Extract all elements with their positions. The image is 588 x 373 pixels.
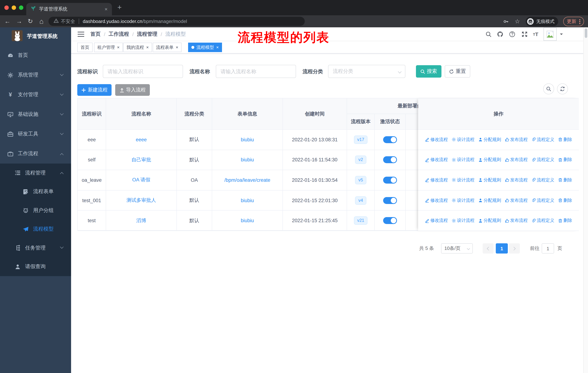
search-toggle-button[interactable]: [543, 83, 554, 94]
design-process-link[interactable]: 设计流程: [452, 217, 474, 224]
delete-link[interactable]: 删除: [558, 197, 572, 203]
breadcrumb-workflow[interactable]: 工作流程: [109, 31, 129, 38]
process-definition-link[interactable]: 流程定义: [531, 217, 554, 224]
page-scrollbar[interactable]: [583, 27, 588, 373]
delete-link[interactable]: 删除: [558, 217, 572, 224]
avatar[interactable]: [544, 28, 557, 41]
next-page-button[interactable]: [509, 243, 520, 253]
minimize-window-button[interactable]: [12, 5, 16, 10]
delete-link[interactable]: 删除: [558, 137, 572, 143]
assign-rule-link[interactable]: 分配规则: [478, 137, 501, 143]
tag-close-icon[interactable]: ×: [146, 45, 149, 50]
active-toggle[interactable]: [383, 197, 397, 204]
tag-tenant[interactable]: 租户管理×: [94, 43, 123, 52]
process-name-input[interactable]: [216, 65, 296, 78]
sidebar-item-task-manage[interactable]: 任务管理: [0, 239, 71, 257]
form-link[interactable]: biubiu: [241, 137, 254, 142]
reload-icon[interactable]: ↻: [28, 15, 33, 27]
process-key-input[interactable]: [103, 65, 183, 78]
tag-home[interactable]: 首页: [77, 43, 93, 52]
process-name-link[interactable]: 自己审批: [131, 157, 151, 163]
modify-process-link[interactable]: 修改流程: [425, 177, 448, 183]
process-definition-link[interactable]: 流程定义: [531, 177, 554, 183]
delete-link[interactable]: 删除: [558, 157, 572, 163]
sidebar-item-leave-query[interactable]: 请假查询: [0, 257, 71, 276]
sidebar-item-system[interactable]: 系统管理: [0, 65, 71, 85]
breadcrumb-home[interactable]: 首页: [90, 31, 101, 38]
current-page-button[interactable]: 1: [496, 243, 508, 253]
tag-close-icon[interactable]: ×: [216, 45, 219, 50]
new-tab-button[interactable]: +: [117, 3, 122, 12]
design-process-link[interactable]: 设计流程: [452, 197, 474, 203]
sidebar-item-devtools[interactable]: 研发工具: [0, 124, 71, 144]
assign-rule-link[interactable]: 分配规则: [478, 177, 501, 183]
modify-process-link[interactable]: 修改流程: [425, 217, 448, 224]
sidebar-item-workflow[interactable]: 工作流程: [0, 144, 71, 163]
tag-my-process[interactable]: 我的流程×: [123, 43, 152, 52]
reset-button[interactable]: 重置: [445, 65, 470, 78]
tag-process-model[interactable]: 流程模型×: [188, 43, 222, 52]
update-chip[interactable]: 更新: [563, 17, 584, 26]
hamburger-icon[interactable]: [78, 32, 84, 37]
form-link[interactable]: biubiu: [241, 157, 254, 163]
publish-process-link[interactable]: 发布流程: [505, 137, 528, 143]
forward-icon[interactable]: →: [16, 15, 22, 27]
bookmark-star-icon[interactable]: ☆: [515, 15, 520, 27]
refresh-table-button[interactable]: [557, 83, 568, 94]
form-link[interactable]: biubiu: [241, 218, 254, 223]
modify-process-link[interactable]: 修改流程: [425, 137, 448, 143]
sidebar-item-process-manage[interactable]: 流程管理: [0, 163, 71, 182]
search-button[interactable]: 搜索: [416, 65, 441, 78]
process-definition-link[interactable]: 流程定义: [531, 197, 554, 203]
prev-page-button[interactable]: [483, 243, 494, 253]
process-name-link[interactable]: OA 请假: [132, 177, 150, 183]
sidebar-item-payment[interactable]: ¥ 支付管理: [0, 85, 71, 105]
active-toggle[interactable]: [383, 217, 397, 224]
zoom-window-button[interactable]: [19, 5, 23, 10]
publish-process-link[interactable]: 发布流程: [505, 197, 528, 203]
key-icon[interactable]: [503, 15, 509, 27]
publish-process-link[interactable]: 发布流程: [505, 177, 528, 183]
category-select[interactable]: 流程分类: [328, 65, 405, 78]
address-bar[interactable]: 不安全 dashboard.yudao.iocoder.cn/bpm/manag…: [49, 17, 305, 26]
sidebar-item-infra[interactable]: 基础设施: [0, 105, 71, 124]
back-icon[interactable]: ←: [4, 15, 10, 27]
menu-dots-icon[interactable]: [579, 19, 580, 24]
breadcrumb-process-manage[interactable]: 流程管理: [137, 31, 158, 38]
process-name-link[interactable]: 测试多审批人: [126, 197, 156, 204]
publish-process-link[interactable]: 发布流程: [505, 217, 528, 224]
process-definition-link[interactable]: 流程定义: [531, 137, 554, 143]
publish-process-link[interactable]: 发布流程: [505, 157, 528, 163]
tab-close-icon[interactable]: ×: [105, 7, 107, 12]
sidebar-item-process-model[interactable]: 流程模型: [0, 220, 71, 239]
close-window-button[interactable]: [4, 5, 9, 10]
fullscreen-icon[interactable]: [521, 27, 528, 41]
security-label[interactable]: 不安全: [61, 18, 75, 25]
home-icon[interactable]: ⌂: [39, 15, 43, 27]
active-toggle[interactable]: [383, 177, 397, 184]
font-size-icon[interactable]: TT: [533, 27, 538, 41]
update-label[interactable]: 更新: [567, 18, 576, 25]
assign-rule-link[interactable]: 分配规则: [478, 217, 501, 224]
process-name-link[interactable]: eeee: [136, 137, 147, 142]
import-process-button[interactable]: 导入流程: [115, 84, 150, 96]
tag-close-icon[interactable]: ×: [117, 45, 120, 50]
avatar-caret-icon[interactable]: [560, 33, 563, 36]
goto-page-input[interactable]: [542, 243, 554, 253]
modify-process-link[interactable]: 修改流程: [425, 157, 448, 163]
design-process-link[interactable]: 设计流程: [452, 177, 474, 183]
sidebar-item-process-form[interactable]: 流程表单: [0, 182, 71, 201]
browser-tab[interactable]: 芋道管理系统 ×: [26, 3, 112, 15]
form-link[interactable]: /bpm/oa/leave/create: [224, 177, 270, 183]
modify-process-link[interactable]: 修改流程: [425, 197, 448, 203]
active-toggle[interactable]: [383, 156, 397, 163]
tag-process-form[interactable]: 流程表单×: [153, 43, 181, 52]
assign-rule-link[interactable]: 分配规则: [478, 197, 501, 203]
delete-link[interactable]: 删除: [558, 177, 572, 183]
logo-row[interactable]: 芋道管理系统: [0, 27, 71, 46]
scrollbar-thumb[interactable]: [585, 28, 587, 38]
sidebar-item-user-group[interactable]: 用户分组: [0, 201, 71, 220]
help-icon[interactable]: [509, 27, 515, 41]
create-process-button[interactable]: 新建流程: [77, 84, 112, 96]
page-size-select[interactable]: 10条/页: [441, 243, 473, 253]
